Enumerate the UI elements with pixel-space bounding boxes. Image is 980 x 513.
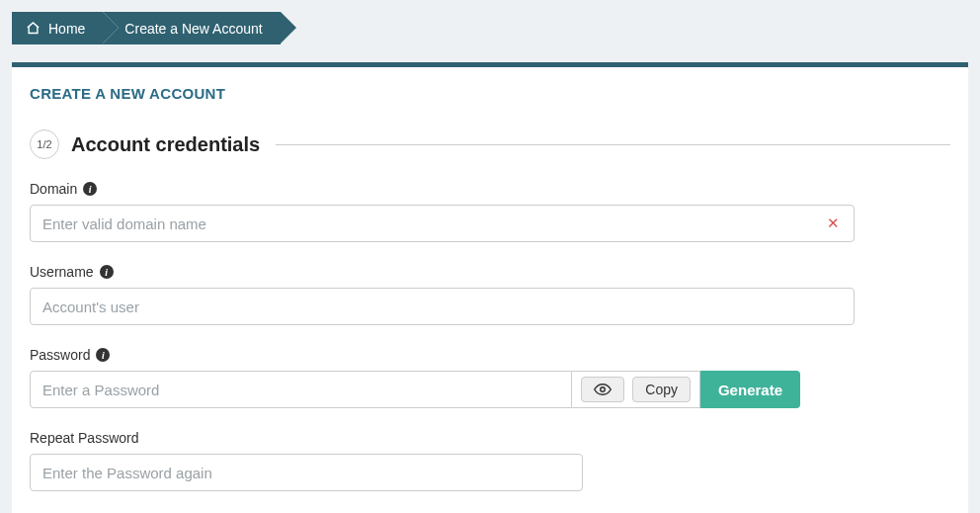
invalid-icon: ✕ [813,214,854,232]
breadcrumb-home-label: Home [48,21,85,37]
copy-button-label: Copy [645,382,678,397]
repeat-password-input[interactable] [31,455,582,490]
form-card: CREATE A NEW ACCOUNT 1/2 Account credent… [12,62,968,513]
username-label: Username [30,264,94,280]
info-icon[interactable]: i [83,182,97,196]
breadcrumb-home[interactable]: Home [12,12,103,44]
password-label: Password [30,347,90,363]
info-icon[interactable]: i [96,348,110,362]
breadcrumb-current-label: Create a New Account [124,21,262,37]
generate-button[interactable]: Generate [700,371,800,408]
password-input-wrapper [30,371,572,408]
domain-input[interactable] [31,206,813,241]
page-title: CREATE A NEW ACCOUNT [30,85,950,102]
info-icon[interactable]: i [100,265,114,279]
eye-icon [594,383,612,396]
section-title: Account credentials [71,133,260,156]
domain-label: Domain [30,181,77,197]
repeat-password-field: Repeat Password [30,430,950,491]
svg-point-0 [601,387,606,392]
section-header: 1/2 Account credentials [30,129,950,159]
domain-input-wrapper: ✕ [30,205,855,242]
breadcrumb-current[interactable]: Create a New Account [103,12,280,44]
repeat-password-label: Repeat Password [30,430,139,446]
divider [276,144,950,145]
repeat-password-input-wrapper [30,454,583,491]
password-field: Password i Copy [30,347,950,408]
home-icon [26,21,41,36]
domain-field: Domain i ✕ [30,181,950,242]
username-input-wrapper [30,288,855,325]
username-field: Username i [30,264,950,325]
password-input[interactable] [31,372,571,407]
breadcrumb: Home Create a New Account [12,12,968,44]
toggle-visibility-button[interactable] [581,377,624,402]
copy-button[interactable]: Copy [632,377,691,402]
password-actions: Copy [572,371,700,408]
generate-button-label: Generate [718,382,782,398]
username-input[interactable] [31,289,854,324]
step-indicator: 1/2 [30,129,59,159]
